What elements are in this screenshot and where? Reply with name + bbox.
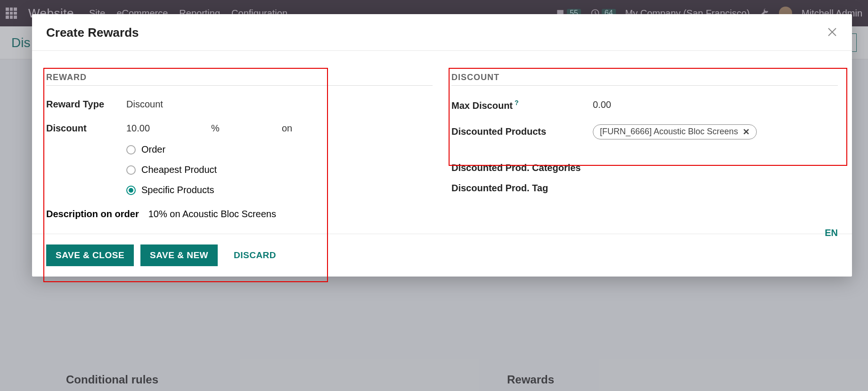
modal-body: REWARD Reward Type Discount Discount 10.… <box>32 51 852 234</box>
remove-tag-icon[interactable]: ✕ <box>743 127 750 137</box>
label-discount-on: on <box>282 123 292 134</box>
label-max-discount: Max Discount? <box>451 99 593 111</box>
label-discounted-tag: Discounted Prod. Tag <box>451 183 593 194</box>
field-discounted-tag: Discounted Prod. Tag <box>451 183 838 194</box>
label-discounted-products: Discounted Products <box>451 126 593 137</box>
field-reward-type: Reward Type Discount <box>46 99 433 110</box>
discount-column: DISCOUNT Max Discount? 0.00 Discounted P… <box>451 73 838 220</box>
radio-specific-products[interactable]: Specific Products <box>126 185 433 196</box>
section-title-discount: DISCOUNT <box>451 73 838 86</box>
reward-column: REWARD Reward Type Discount Discount 10.… <box>46 73 433 220</box>
product-tag-chip[interactable]: [FURN_6666] Acoustic Bloc Screens ✕ <box>593 124 757 139</box>
radio-circle-icon <box>126 165 136 175</box>
value-max-discount[interactable]: 0.00 <box>593 99 838 110</box>
radio-circle-icon <box>126 145 136 155</box>
save-new-button[interactable]: SAVE & NEW <box>140 244 218 266</box>
discard-button[interactable]: DISCARD <box>224 244 286 266</box>
field-discount-amount: Discount 10.00 % on <box>46 123 433 134</box>
radio-label-specific: Specific Products <box>141 185 214 196</box>
section-title-reward: REWARD <box>46 73 433 86</box>
modal-header: Create Rewards <box>32 14 852 51</box>
field-description-on-order: Description on order 10% on Acoustic Blo… <box>46 209 433 220</box>
field-discounted-products: Discounted Products [FURN_6666] Acoustic… <box>451 124 838 139</box>
close-icon <box>827 26 838 38</box>
value-discounted-products[interactable]: [FURN_6666] Acoustic Bloc Screens ✕ <box>593 124 838 139</box>
radio-label-cheapest: Cheapest Product <box>141 164 217 175</box>
radio-label-order: Order <box>141 144 165 155</box>
create-rewards-modal: Create Rewards REWARD Reward Type Discou… <box>32 14 852 277</box>
save-close-button[interactable]: SAVE & CLOSE <box>46 244 134 266</box>
label-discounted-categories: Discounted Prod. Categories <box>451 161 593 174</box>
value-description-on-order[interactable]: 10% on Acoustic Bloc Screens <box>148 209 276 220</box>
value-reward-type[interactable]: Discount <box>126 99 433 110</box>
language-indicator[interactable]: EN <box>825 228 838 238</box>
label-discount: Discount <box>46 123 126 134</box>
radio-circle-icon <box>126 186 136 195</box>
radio-order[interactable]: Order <box>126 144 433 155</box>
field-discounted-categories: Discounted Prod. Categories <box>451 161 838 174</box>
label-description-on-order: Description on order <box>46 209 139 220</box>
value-discount-unit[interactable]: % <box>211 123 282 134</box>
discount-applicability-radios: Order Cheapest Product Specific Products <box>126 144 433 196</box>
radio-cheapest-product[interactable]: Cheapest Product <box>126 164 433 175</box>
label-reward-type: Reward Type <box>46 99 126 110</box>
help-icon[interactable]: ? <box>515 99 519 106</box>
modal-footer: SAVE & CLOSE SAVE & NEW DISCARD <box>32 234 852 277</box>
modal-title: Create Rewards <box>46 25 139 40</box>
field-max-discount: Max Discount? 0.00 <box>451 99 838 111</box>
close-button[interactable] <box>827 26 838 40</box>
label-max-discount-text: Max Discount <box>451 100 513 111</box>
value-discount-amount[interactable]: 10.00 <box>126 123 211 134</box>
product-tag-text: [FURN_6666] Acoustic Bloc Screens <box>600 127 738 137</box>
